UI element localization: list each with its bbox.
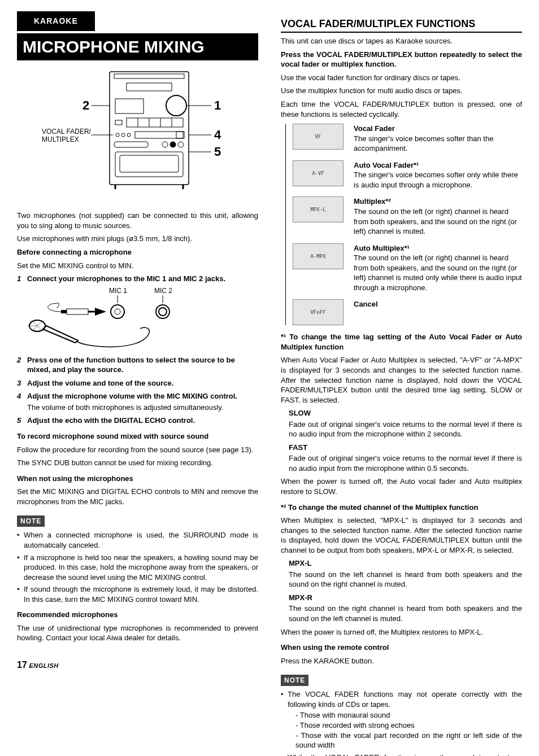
display-icon: A-MPX: [293, 243, 344, 269]
svg-point-37: [159, 308, 167, 316]
display-icon: MPX-L: [293, 196, 344, 222]
callout-5: 5: [214, 145, 221, 159]
left-column: KARAOKE MICROPHONE MIXING: [17, 11, 258, 756]
svg-text:MIC 2: MIC 2: [154, 287, 172, 295]
recmic-body: The use of unidirectional type microphon…: [17, 623, 258, 643]
svg-rect-0: [110, 72, 189, 185]
recmic-heading: Recommended microphones: [17, 610, 258, 620]
footnote2-body: When Multiplex is selected, "MPX-L" is d…: [281, 515, 522, 555]
note-list-left: When a connected microphone is used, the…: [17, 530, 258, 604]
footnote1-heading: *¹ To change the time lag setting of the…: [281, 332, 522, 352]
press-b3: Each time the VOCAL FADER/MULTIPLEX butt…: [281, 99, 522, 119]
svg-text:MIC 1: MIC 1: [109, 287, 127, 295]
callout-1: 1: [214, 98, 221, 112]
svg-rect-38: [67, 309, 88, 314]
step-5: 5Adjust the echo with the DIGITAL ECHO c…: [17, 416, 258, 426]
record-body-2: The SYNC DUB button cannot be used for m…: [17, 458, 258, 468]
intro-text-2: Use microphones with mini plugs (ø3.5 mm…: [17, 234, 258, 244]
footnote1-body: When Auto Vocal Fader or Auto Multiplex …: [281, 355, 522, 405]
remote-body: Press the KARAOKE button.: [281, 656, 522, 666]
svg-rect-4: [115, 99, 144, 113]
footnote1-body2: When the power is turned off, the Auto v…: [281, 477, 522, 496]
mpxr-body: The sound on the right channel is heard …: [289, 604, 522, 623]
display-icon: VFoFF: [293, 299, 344, 325]
slow-body: Fade out of original singer's voice retu…: [289, 419, 522, 439]
step-1: 1 Connect your microphones to the MIC 1 …: [17, 274, 258, 284]
display-icon: VF: [293, 124, 344, 150]
stereo-diagram: 1 2 4 5 VOCAL FADER/ MULTIPLEX: [42, 66, 234, 202]
step-2: 2Press one of the function buttons to se…: [17, 355, 258, 375]
svg-point-3: [166, 95, 186, 116]
mpxl-heading: MPX-L: [289, 559, 311, 567]
svg-rect-39: [61, 310, 67, 313]
svg-point-13: [127, 133, 131, 137]
step-3: 3Adjust the volume and tone of the sourc…: [17, 378, 258, 388]
press-b2: Use the multiplex function for multi aud…: [281, 86, 522, 96]
step-4: 4Adjust the microphone volume with the M…: [17, 391, 258, 401]
svg-point-19: [178, 142, 184, 147]
fast-heading: FAST: [289, 443, 307, 452]
callout-4: 4: [214, 128, 221, 142]
mode-multiplex: MPX-L Multiplex*²The sound on the left (…: [293, 196, 522, 236]
footnote2-heading: *² To change the muted channel of the Mu…: [281, 502, 522, 513]
svg-point-18: [170, 142, 176, 147]
page-content: KARAOKE MICROPHONE MIXING: [17, 11, 522, 756]
mic-jack-diagram: MIC 1 MIC 2: [27, 286, 197, 348]
page-footer: 17 ENGLISH: [17, 659, 258, 671]
svg-rect-2: [127, 83, 172, 91]
svg-text:MULTIPLEX: MULTIPLEX: [42, 136, 79, 143]
svg-rect-16: [114, 142, 148, 147]
callout-2: 2: [82, 98, 89, 112]
svg-point-12: [121, 133, 125, 137]
svg-rect-1: [114, 74, 184, 78]
main-title: MICROPHONE MIXING: [17, 33, 258, 61]
right-intro: This unit can use discs or tapes as Kara…: [281, 36, 522, 46]
svg-point-35: [115, 309, 120, 314]
mode-cancel: VFoFF Cancel: [293, 299, 522, 325]
press-b1: Use the vocal fader function for ordinar…: [281, 73, 522, 83]
display-icon: A-VF: [293, 160, 344, 186]
before-body: Set the MIC MIXING control to MIN.: [17, 261, 258, 271]
svg-marker-40: [95, 308, 106, 316]
footnote2-body2: When the power is turned off, the Multip…: [281, 627, 522, 637]
svg-point-17: [162, 142, 168, 147]
record-body-1: Follow the procedure for recording from …: [17, 445, 258, 455]
svg-point-11: [116, 133, 119, 137]
svg-point-36: [156, 305, 169, 318]
right-title: VOCAL FADER/MULTIPLEX FUNCTIONS: [281, 17, 522, 33]
mpxl-body: The sound on the left channel is heard f…: [289, 570, 522, 589]
press-heading: Press the VOCAL FADER/MULTIPLEX button r…: [281, 50, 522, 69]
notusing-body: Set the MIC MIXING and DIGITAL ECHO cont…: [17, 487, 258, 506]
mpxr-heading: MPX-R: [289, 593, 312, 602]
intro-text-1: Two microphones (not supplied) can be co…: [17, 211, 258, 230]
svg-rect-6: [127, 118, 183, 127]
svg-rect-20: [115, 152, 183, 177]
note-list-right: The VOCAL FADER functions may not operat…: [281, 689, 522, 756]
svg-rect-5: [115, 120, 122, 125]
mode-auto-vocal-fader: A-VF Auto Vocal Fader*¹The singer's voic…: [293, 160, 522, 190]
record-heading: To record microphone sound mixed with so…: [17, 431, 258, 442]
mode-vocal-fader: VF Vocal FaderThe singer's voice becomes…: [293, 124, 522, 154]
notusing-heading: When not using the microphones: [17, 474, 258, 484]
fast-body: Fade out of original singer's voice retu…: [289, 453, 522, 473]
step-4-body: The volume of both microphones is adjust…: [27, 403, 258, 413]
svg-point-34: [111, 305, 124, 318]
vocal-fader-label: VOCAL FADER/: [42, 128, 92, 136]
mode-auto-multiplex: A-MPX Auto Multiplex*¹The sound on the l…: [293, 243, 522, 293]
mode-cycle: VF Vocal FaderThe singer's voice becomes…: [285, 124, 522, 325]
before-heading: Before connecting a microphone: [17, 247, 258, 257]
slow-heading: SLOW: [289, 409, 311, 417]
note-badge-left: NOTE: [17, 515, 45, 527]
svg-rect-21: [120, 155, 179, 172]
remote-heading: When using the remote control: [281, 643, 522, 653]
svg-rect-14: [135, 132, 183, 138]
section-tab: KARAOKE: [17, 11, 95, 31]
right-column: VOCAL FADER/MULTIPLEX FUNCTIONS This uni…: [281, 11, 522, 756]
note-badge-right: NOTE: [281, 675, 308, 686]
